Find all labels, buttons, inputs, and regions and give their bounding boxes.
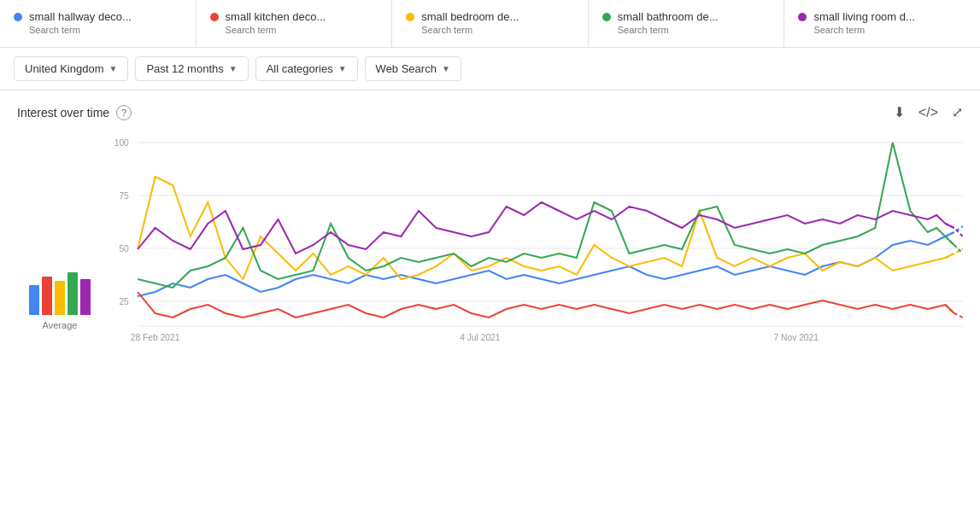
term-label-1: small kitchen deco... xyxy=(210,10,379,23)
term-label-0: small hallway deco... xyxy=(14,10,182,23)
avg-bar-0 xyxy=(29,285,39,315)
filter-searchType-label: Web Search xyxy=(376,62,437,75)
share-icon[interactable]: ⤢ xyxy=(952,104,963,120)
chevron-down-icon: ▼ xyxy=(229,64,238,73)
term-text-2: small bedroom de... xyxy=(421,10,519,23)
filter-period-button[interactable]: Past 12 months▼ xyxy=(135,56,248,81)
avg-label: Average xyxy=(43,320,78,330)
interest-section: Interest over time ? ⬇ </> ⤢ Average xyxy=(0,90,980,380)
svg-text:28 Feb 2021: 28 Feb 2021 xyxy=(131,333,180,342)
filter-region-label: United Kingdom xyxy=(25,62,104,75)
svg-text:25: 25 xyxy=(119,297,129,306)
avg-bar-4 xyxy=(80,279,91,315)
chart-container: Average 100 75 50 25 xyxy=(17,134,963,373)
filter-period-label: Past 12 months xyxy=(146,62,223,75)
term-sublabel-1: Search term xyxy=(210,25,379,35)
trend-chart: 100 75 50 25 xyxy=(103,134,963,347)
section-title: Interest over time ? xyxy=(17,105,132,120)
term-dot-3 xyxy=(602,13,611,21)
download-icon[interactable]: ⬇ xyxy=(894,104,905,120)
chevron-down-icon: ▼ xyxy=(338,64,347,73)
term-sublabel-2: Search term xyxy=(406,25,574,35)
svg-text:75: 75 xyxy=(119,191,129,201)
filter-bar: United Kingdom▼Past 12 months▼All catego… xyxy=(0,48,980,90)
section-title-text: Interest over time xyxy=(17,106,109,120)
search-term-2: small bedroom de... Search term xyxy=(392,0,589,47)
term-dot-2 xyxy=(406,13,414,21)
section-actions: ⬇ </> ⤢ xyxy=(894,104,963,120)
term-dot-0 xyxy=(14,13,22,21)
help-icon[interactable]: ? xyxy=(116,105,132,120)
filter-region-button[interactable]: United Kingdom▼ xyxy=(14,56,128,81)
chevron-down-icon: ▼ xyxy=(109,64,118,73)
avg-bars xyxy=(29,264,91,315)
term-label-4: small living room d... xyxy=(798,10,966,23)
term-sublabel-0: Search term xyxy=(14,25,182,35)
search-term-4: small living room d... Search term xyxy=(784,0,980,47)
term-dot-1 xyxy=(210,13,219,21)
search-term-0: small hallway deco... Search term xyxy=(0,0,197,47)
term-sublabel-3: Search term xyxy=(602,25,771,35)
avg-bar-3 xyxy=(67,272,78,315)
search-term-1: small kitchen deco... Search term xyxy=(197,0,393,47)
filter-categories-button[interactable]: All categories▼ xyxy=(255,56,358,81)
search-terms-header: small hallway deco... Search term small … xyxy=(0,0,980,48)
term-text-0: small hallway deco... xyxy=(29,10,132,23)
term-dot-4 xyxy=(798,13,807,21)
chart-area: 100 75 50 25 xyxy=(103,134,963,347)
chevron-down-icon: ▼ xyxy=(442,64,450,73)
avg-bar-2 xyxy=(55,281,65,315)
svg-text:100: 100 xyxy=(114,138,129,148)
term-sublabel-4: Search term xyxy=(798,25,966,35)
term-label-3: small bathroom de... xyxy=(602,10,771,23)
avg-bar-1 xyxy=(42,277,52,315)
filter-searchType-button[interactable]: Web Search▼ xyxy=(365,56,461,81)
search-term-3: small bathroom de... Search term xyxy=(589,0,785,47)
average-section: Average xyxy=(17,264,103,347)
term-label-2: small bedroom de... xyxy=(406,10,574,23)
svg-text:7 Nov 2021: 7 Nov 2021 xyxy=(774,333,819,342)
svg-text:4 Jul 2021: 4 Jul 2021 xyxy=(460,333,501,342)
term-text-4: small living room d... xyxy=(813,10,914,23)
embed-icon[interactable]: </> xyxy=(918,105,938,120)
section-header: Interest over time ? ⬇ </> ⤢ xyxy=(17,104,963,120)
term-text-3: small bathroom de... xyxy=(618,10,719,23)
svg-text:50: 50 xyxy=(119,244,129,254)
filter-categories-label: All categories xyxy=(267,62,333,75)
term-text-1: small kitchen deco... xyxy=(226,10,326,23)
